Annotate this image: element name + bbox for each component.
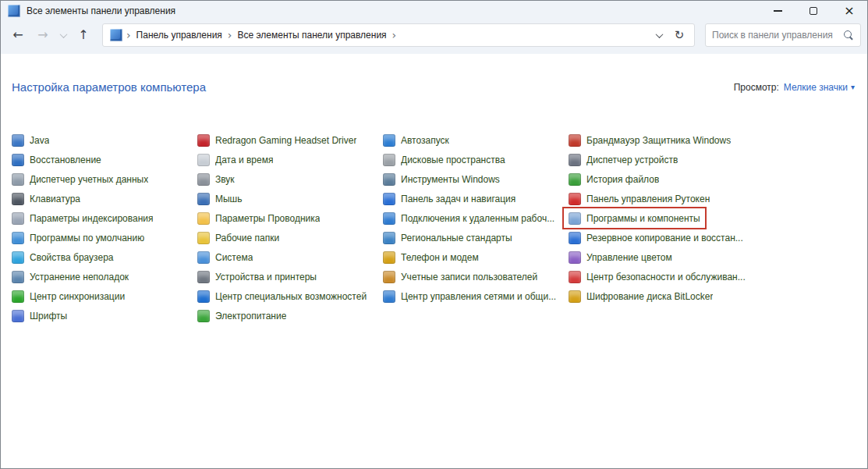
system-icon	[197, 251, 210, 264]
control-panel-item[interactable]: Центр безопасности и обслуживан...	[564, 267, 750, 286]
refresh-button[interactable]: ↻	[669, 24, 689, 46]
minimize-icon	[774, 10, 782, 11]
back-icon: ←	[12, 29, 23, 41]
view-selector[interactable]: Мелкие значки ▾	[784, 82, 855, 93]
minimize-button[interactable]	[760, 1, 795, 21]
control-panel-item[interactable]: Резервное копирование и восстан...	[564, 228, 748, 247]
content-area: Настройка параметров компьютера Просмотр…	[1, 54, 867, 469]
windows-firewall-icon	[569, 134, 581, 147]
search-box	[705, 23, 861, 47]
control-panel-item[interactable]: Звук	[193, 169, 239, 189]
troubleshooting-icon	[12, 271, 24, 283]
item-label: Региональные стандарты	[401, 233, 512, 243]
control-panel-item[interactable]: Программы по умолчанию	[7, 228, 149, 247]
control-panel-item[interactable]: Система	[193, 247, 257, 267]
breadcrumb-chevron-icon: ›	[388, 29, 401, 41]
region-icon	[383, 232, 395, 244]
address-bar[interactable]: › Панель управления › Все элементы панел…	[102, 23, 695, 47]
control-panel-item[interactable]: Мышь	[193, 189, 247, 208]
item-label: Программы по умолчанию	[30, 233, 144, 243]
item-label: Восстановление	[30, 155, 101, 165]
control-panel-item[interactable]: Шифрование диска BitLocker	[564, 286, 717, 306]
control-panel-item[interactable]: Устранение неполадок	[7, 267, 133, 286]
taskbar-navigation-icon	[383, 193, 395, 205]
address-dropdown-button[interactable]	[649, 24, 669, 46]
control-panel-item[interactable]: Программы и компоненты	[564, 208, 705, 228]
page-title: Настройка параметров компьютера	[12, 80, 206, 94]
programs-features-icon	[569, 212, 581, 225]
ease-of-access-icon	[197, 290, 210, 303]
caret-down-icon: ▾	[851, 83, 855, 91]
control-panel-item[interactable]: Панель задач и навигация	[378, 189, 520, 208]
control-panel-item[interactable]: Телефон и модем	[378, 247, 484, 267]
control-panel-item[interactable]: Инструменты Windows	[378, 169, 505, 189]
items-column-2: Redragon Gaming Headset Driver Дата и вр…	[197, 130, 383, 325]
internet-options-icon	[12, 251, 24, 264]
control-panel-item[interactable]: История файлов	[564, 169, 664, 189]
control-panel-item[interactable]: Центр управления сетями и общи...	[378, 286, 561, 306]
window-title: Все элементы панели управления	[27, 5, 175, 16]
control-panel-item[interactable]: Подключения к удаленным рабоч...	[378, 208, 559, 228]
items-column-1: Java Восстановление Диспетчер учетных да…	[12, 130, 197, 325]
control-panel-item[interactable]: Панель управления Рутокен	[564, 189, 714, 208]
network-sharing-icon	[383, 290, 395, 303]
control-panel-item[interactable]: Дисковые пространства	[378, 150, 510, 169]
item-label: Управление цветом	[586, 252, 672, 263]
item-label: Шифрование диска BitLocker	[586, 291, 713, 302]
item-label: Параметры индексирования	[30, 213, 153, 224]
keyboard-icon	[12, 193, 24, 205]
control-panel-item[interactable]: Клавиатура	[7, 189, 85, 208]
control-panel-item[interactable]: Шрифты	[7, 306, 72, 325]
topbar: Все элементы панели управления × ← →	[1, 1, 867, 54]
item-label: Резервное копирование и восстан...	[586, 233, 743, 243]
item-label: Автозапуск	[401, 135, 449, 146]
item-label: Redragon Gaming Headset Driver	[215, 135, 356, 146]
control-panel-item[interactable]: Устройства и принтеры	[193, 267, 321, 286]
backup-restore-icon	[569, 232, 581, 244]
refresh-icon: ↻	[675, 30, 685, 41]
breadcrumb-item-control-panel[interactable]: Панель управления	[135, 30, 224, 41]
control-panel-item[interactable]: Redragon Gaming Headset Driver	[193, 130, 361, 150]
control-panel-item[interactable]: Региональные стандарты	[378, 228, 517, 247]
maximize-button[interactable]	[795, 1, 831, 21]
up-button[interactable]: ↑	[71, 23, 96, 47]
item-label: История файлов	[586, 174, 659, 185]
forward-icon: →	[37, 29, 48, 41]
control-panel-item[interactable]: Параметры индексирования	[7, 208, 158, 228]
control-panel-item[interactable]: Центр специальных возможностей	[193, 286, 371, 306]
control-panel-item[interactable]: Диспетчер устройств	[564, 150, 682, 169]
breadcrumb-chevron-icon: ›	[122, 29, 135, 41]
control-panel-item[interactable]: Центр синхронизации	[7, 286, 129, 306]
item-label: Рабочие папки	[215, 233, 279, 243]
maximize-icon	[810, 7, 817, 15]
sound-icon	[197, 173, 210, 186]
windows-tools-icon	[383, 173, 395, 186]
control-panel-item[interactable]: Свойства браузера	[7, 247, 119, 267]
control-panel-item[interactable]: Восстановление	[7, 150, 106, 169]
control-panel-item[interactable]: Автозапуск	[378, 130, 454, 150]
control-panel-item[interactable]: Учетные записи пользователей	[378, 267, 542, 286]
item-label: Мышь	[215, 194, 243, 204]
items-grid: Java Восстановление Диспетчер учетных да…	[12, 130, 867, 333]
control-panel-item[interactable]: Брандмауэр Защитника Windows	[564, 130, 735, 150]
control-panel-item[interactable]: Электропитание	[193, 306, 291, 325]
history-dropdown-button[interactable]	[55, 23, 71, 47]
item-label: Параметры Проводника	[215, 213, 320, 224]
indexing-options-icon	[12, 212, 24, 225]
forward-button[interactable]: →	[30, 23, 55, 47]
search-input[interactable]	[712, 30, 843, 41]
control-panel-item[interactable]: Java	[7, 130, 54, 150]
navbar: ← → ↑ › Панель управления › Все элементы…	[1, 21, 867, 54]
item-label: Брандмауэр Защитника Windows	[586, 135, 731, 146]
back-button[interactable]: ←	[5, 23, 30, 47]
control-panel-item[interactable]: Управление цветом	[564, 247, 677, 267]
control-panel-item[interactable]: Рабочие папки	[193, 228, 284, 247]
view-label: Просмотр:	[734, 82, 779, 93]
control-panel-item[interactable]: Дата и время	[193, 150, 278, 169]
item-label: Диспетчер учетных данных	[30, 174, 148, 185]
close-button[interactable]: ×	[831, 1, 867, 21]
control-panel-item[interactable]: Диспетчер учетных данных	[7, 169, 153, 189]
items-column-3: Автозапуск Дисковые пространства Инструм…	[383, 130, 569, 306]
breadcrumb-item-all-items[interactable]: Все элементы панели управления	[236, 30, 388, 41]
control-panel-item[interactable]: Параметры Проводника	[193, 208, 324, 228]
